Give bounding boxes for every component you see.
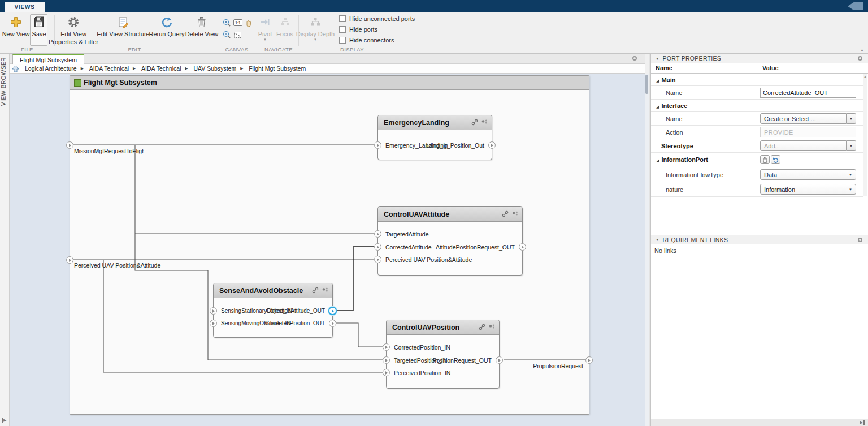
canvas-vertical-scrollbar[interactable] <box>645 74 649 426</box>
interface-name-combo[interactable]: Create or Select ... ▼ <box>760 113 856 124</box>
group-expanded-icon[interactable]: ◢ <box>656 105 659 109</box>
breadcrumb-item-aida-technical-2[interactable]: AIDA Technical <box>141 65 181 72</box>
collapse-section-icon[interactable]: ▼ <box>656 238 659 242</box>
zoom-in-icon[interactable] <box>223 19 231 27</box>
port-arrow-icon <box>377 258 379 261</box>
ribbon-tab-views[interactable]: VIEWS <box>4 1 45 12</box>
view-browser-strip[interactable]: VIEW BROWSER ▶ <box>0 54 10 426</box>
properties-scrollbar[interactable]: ▲ <box>863 74 867 196</box>
port-corrected-attitude[interactable] <box>374 243 381 251</box>
port-perceived-position-in[interactable] <box>383 369 390 376</box>
requirement-links-gear-icon[interactable] <box>858 238 862 242</box>
port-name-input[interactable] <box>760 88 856 98</box>
column-value: Value <box>762 64 779 71</box>
port-properties-gear-icon[interactable] <box>858 56 862 61</box>
port-targeted-attitude[interactable] <box>374 230 381 238</box>
port-arrow-icon <box>377 233 379 236</box>
fit-to-view-icon[interactable] <box>233 31 242 38</box>
edge-port-propulsion-request[interactable] <box>585 356 593 364</box>
reset-stereotype-button[interactable] <box>771 155 780 164</box>
port-corrected-position-in[interactable] <box>383 343 390 351</box>
breadcrumb-item-flight-mgt-subsystem[interactable]: Flight Mgt Subsystem <box>249 65 306 72</box>
block-header[interactable]: ControlUAVAttitude <box>378 207 522 222</box>
delete-view-button[interactable]: Delete View <box>184 15 219 37</box>
port-sensing-stationary-object-in[interactable] <box>210 307 217 315</box>
group-row-informationport[interactable]: ◢InformationPort <box>651 153 863 167</box>
port-properties-header[interactable]: ▼ PORT PROPERTIES <box>651 54 868 63</box>
stereotype-value[interactable]: Add.. <box>760 140 847 151</box>
port-arrow-icon <box>385 371 388 375</box>
block-control-uav-position[interactable]: ControlUAVPosition CorrectedPosition_IN … <box>386 320 500 389</box>
checkbox-box[interactable] <box>339 26 346 33</box>
group-row-interface[interactable]: ◢Interface <box>651 100 863 112</box>
port-sensing-moving-obstacle-in[interactable] <box>210 320 217 327</box>
remove-stereotype-button[interactable] <box>760 155 770 164</box>
breadcrumb-item-aida-technical-1[interactable]: AIDA Technical <box>89 65 129 72</box>
group-row-main[interactable]: ◢Main <box>651 74 863 86</box>
collapse-panel-icon[interactable]: ▶ <box>860 420 865 425</box>
rerun-query-button[interactable]: Rerun Query <box>148 15 185 37</box>
edge-port-perceived-uav-position-attitude[interactable] <box>66 256 73 264</box>
document-tab-flight-mgt-subsystem[interactable]: Flight Mgt Subsystem <box>12 54 84 64</box>
scroll-up-icon[interactable]: ▲ <box>863 75 867 78</box>
stereotype-dropdown-button[interactable]: ▼ <box>847 140 856 151</box>
zoom-out-icon[interactable] <box>223 31 231 39</box>
port-targeted-position-in[interactable] <box>383 356 390 364</box>
requirement-links-header[interactable]: ▼ REQUIREMENT LINKS <box>651 235 868 244</box>
field-label-action: Action <box>666 129 683 136</box>
collapse-section-icon[interactable]: ▼ <box>656 57 659 61</box>
new-view-button[interactable]: New View <box>2 15 29 37</box>
hide-unconnected-ports-checkbox[interactable]: Hide unconnected ports <box>339 15 415 22</box>
expand-view-browser-icon[interactable]: ▶ <box>2 418 6 423</box>
interface-name-value[interactable]: Create or Select ... <box>760 113 847 124</box>
hide-ports-label: Hide ports <box>349 26 377 33</box>
breadcrumb-item-uav-subsystem[interactable]: UAV Subsystem <box>194 65 237 72</box>
trash-icon <box>762 157 768 163</box>
group-expanded-icon[interactable]: ◢ <box>656 158 659 162</box>
block-sense-and-avoid-obstacle[interactable]: SenseAndAvoidObstacle SensingStationaryO… <box>213 283 333 338</box>
hide-ports-checkbox[interactable]: Hide ports <box>339 26 377 33</box>
trash-icon <box>196 15 208 29</box>
group-expanded-icon[interactable]: ◢ <box>656 79 659 83</box>
edit-view-properties-button[interactable]: Edit View Properties & Filter <box>52 15 95 45</box>
block-emergency-landing[interactable]: EmergencyLanding Emergency_Landing_In La… <box>377 115 492 160</box>
collapse-ribbon-icon[interactable]: ▲ <box>860 48 864 52</box>
container-title: Flight Mgt Subsystem <box>84 79 157 87</box>
save-button[interactable]: Save <box>31 15 47 37</box>
stereotype-combo[interactable]: Add.. ▼ <box>760 140 856 151</box>
informationflowtype-dropdown[interactable]: Data ▼ <box>760 169 856 180</box>
port-corrected-position-out[interactable] <box>329 320 336 327</box>
block-title: ControlUAVAttitude <box>384 210 449 218</box>
zoom-one-to-one-icon[interactable]: 1:1 <box>233 19 242 26</box>
port-landing-position-out[interactable] <box>488 141 496 149</box>
port-position-request-out[interactable] <box>496 356 503 364</box>
hide-connectors-checkbox[interactable]: Hide connectors <box>339 37 394 44</box>
block-control-uav-attitude[interactable]: ControlUAVAttitude TargetedAttitude Corr… <box>377 206 523 276</box>
canvas-scrollbar-thumb[interactable] <box>645 75 648 94</box>
port-corrected-attitude-out-selected[interactable] <box>328 307 337 315</box>
column-divider[interactable] <box>758 63 758 73</box>
pivot-label: Pivot <box>258 31 272 37</box>
view-settings-gear-icon[interactable] <box>632 56 637 61</box>
titlebar-collapse-icon[interactable] <box>848 2 863 10</box>
field-label-informationflowtype: InformationFlowType <box>666 171 723 178</box>
navigate-up-icon[interactable] <box>12 65 19 72</box>
interface-name-dropdown-button[interactable]: ▼ <box>847 113 856 124</box>
edit-view-structure-button[interactable]: Edit View Structure <box>94 15 153 37</box>
linked-reference-icon <box>312 287 319 294</box>
container-header[interactable]: Flight Mgt Subsystem <box>70 76 589 90</box>
checkbox-box[interactable] <box>339 37 346 44</box>
diagram-canvas[interactable]: Flight Mgt Subsystem MissionMgtRequestTo… <box>10 74 645 426</box>
checkbox-box[interactable] <box>339 15 346 22</box>
edge-port-mission-mgt-request[interactable] <box>66 141 73 149</box>
port-attitude-position-request-out[interactable] <box>519 243 526 251</box>
container-type-icon <box>74 79 81 87</box>
pan-hand-icon[interactable] <box>245 18 253 27</box>
requirement-links-title: REQUIREMENT LINKS <box>662 236 728 243</box>
port-perceived-uav-position-attitude[interactable] <box>374 256 381 263</box>
column-divider <box>758 153 758 167</box>
edit-view-properties-label-2: Properties & Filter <box>49 38 98 45</box>
nature-dropdown[interactable]: Information ▼ <box>760 184 856 195</box>
port-emergency-landing-in[interactable] <box>374 141 381 149</box>
breadcrumb-item-logical-architecture[interactable]: Logical Architecture <box>25 65 77 72</box>
